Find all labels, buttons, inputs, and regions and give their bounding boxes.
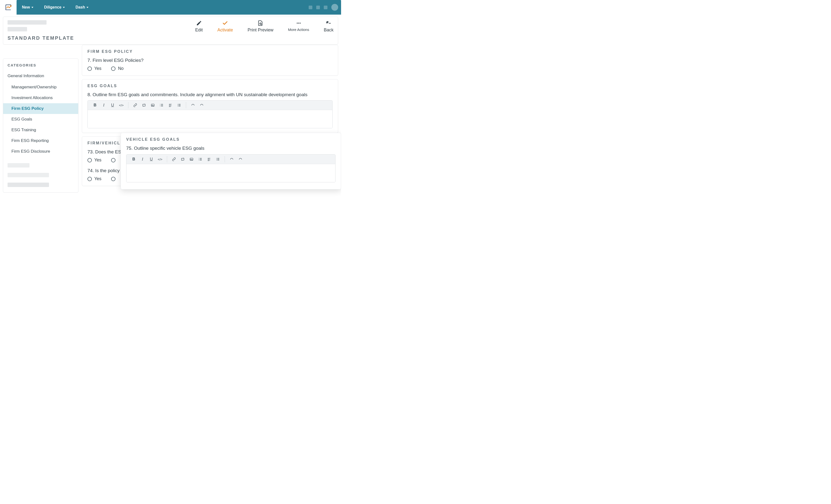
question-7-yes[interactable]: Yes bbox=[87, 66, 102, 71]
svg-point-13 bbox=[178, 106, 178, 107]
rte-redo-button[interactable] bbox=[198, 101, 206, 109]
bullet-list-icon bbox=[216, 157, 220, 161]
avatar[interactable] bbox=[331, 4, 338, 11]
category-esg-training[interactable]: ESG Training bbox=[3, 125, 78, 136]
rte-undo-button[interactable] bbox=[228, 156, 236, 163]
pencil-icon bbox=[196, 20, 202, 26]
ordered-list-icon: 123 bbox=[160, 103, 164, 107]
rte-quote-button[interactable] bbox=[140, 101, 148, 109]
topnav-square-2[interactable] bbox=[316, 6, 320, 9]
activate-button[interactable]: Activate bbox=[217, 20, 233, 33]
rte-code-button[interactable]: </> bbox=[156, 156, 164, 163]
underline-icon: U bbox=[111, 103, 114, 107]
rte-italic-button[interactable]: I bbox=[100, 101, 108, 109]
svg-point-21 bbox=[216, 159, 217, 159]
category-esg-goals[interactable]: ESG Goals bbox=[3, 114, 78, 125]
question-7-no[interactable]: No bbox=[111, 66, 123, 71]
topnav-dash[interactable]: Dash bbox=[73, 4, 91, 11]
rte-toolbar: B I U </> 123 bbox=[126, 155, 335, 164]
bullet-list-icon bbox=[177, 103, 181, 107]
question-74-option-2[interactable] bbox=[111, 177, 115, 181]
rte-underline-button[interactable]: U bbox=[147, 156, 155, 163]
print-preview-button[interactable]: Print Preview bbox=[248, 20, 273, 33]
radio-icon bbox=[87, 66, 92, 71]
topnav-right bbox=[309, 4, 338, 11]
skeleton-bar bbox=[7, 183, 49, 187]
question-73-option-2[interactable] bbox=[111, 158, 115, 162]
skeleton-bar bbox=[7, 20, 47, 25]
category-firm-esg-disclosure[interactable]: Firm ESG Disclosure bbox=[3, 146, 78, 157]
question-74-yes[interactable]: Yes bbox=[87, 176, 102, 181]
rte-bold-button[interactable]: B bbox=[130, 156, 138, 163]
rte-ordered-list-button[interactable]: 123 bbox=[157, 101, 165, 109]
app-logo[interactable] bbox=[0, 0, 17, 14]
rte-underline-button[interactable]: U bbox=[109, 101, 116, 109]
back-arrow-icon bbox=[326, 20, 332, 26]
rte-link-button[interactable] bbox=[131, 101, 139, 109]
redo-icon bbox=[238, 157, 242, 161]
rte-code-button[interactable]: </> bbox=[117, 101, 125, 109]
header-left: STANDARD TEMPLATE bbox=[7, 20, 81, 41]
rte-separator bbox=[186, 102, 186, 108]
topnav-square-3[interactable] bbox=[324, 6, 327, 9]
chevron-down-icon bbox=[63, 7, 65, 8]
more-actions-button[interactable]: More Actions bbox=[288, 20, 309, 32]
radio-icon bbox=[111, 177, 115, 181]
category-investment-allocations[interactable]: Investment Allocations bbox=[3, 92, 78, 103]
align-icon bbox=[207, 157, 211, 161]
svg-point-22 bbox=[216, 160, 217, 160]
question-73-yes[interactable]: Yes bbox=[87, 157, 102, 162]
rte-ordered-list-button[interactable]: 123 bbox=[196, 156, 204, 163]
skeleton-bar bbox=[7, 27, 27, 31]
topnav-dash-label: Dash bbox=[76, 5, 85, 9]
radio-yes-label: Yes bbox=[94, 157, 102, 162]
undo-icon bbox=[191, 103, 195, 107]
rte-align-button[interactable] bbox=[166, 101, 174, 109]
topnav-diligence[interactable]: Diligence bbox=[42, 4, 67, 11]
rte-undo-button[interactable] bbox=[189, 101, 197, 109]
rte-image-button[interactable] bbox=[149, 101, 156, 109]
radio-yes-label: Yes bbox=[94, 176, 102, 181]
question-7-text: 7. Firm level ESG Policies? bbox=[87, 58, 333, 63]
back-label: Back bbox=[324, 28, 334, 33]
quote-icon bbox=[142, 103, 146, 107]
ordered-list-icon: 123 bbox=[198, 157, 202, 161]
topnav-new[interactable]: New bbox=[20, 4, 36, 11]
radio-icon bbox=[111, 158, 115, 162]
rte-link-button[interactable] bbox=[170, 156, 178, 163]
radio-icon bbox=[111, 66, 115, 71]
skeleton-bar bbox=[7, 173, 49, 177]
rte-separator bbox=[167, 156, 167, 162]
topnav-square-1[interactable] bbox=[309, 6, 312, 9]
rte-quote-button[interactable] bbox=[179, 156, 187, 163]
edit-button[interactable]: Edit bbox=[195, 20, 203, 33]
rte-align-button[interactable] bbox=[205, 156, 213, 163]
rte-bold-button[interactable]: B bbox=[91, 101, 99, 109]
rte-bullet-list-button[interactable] bbox=[214, 156, 222, 163]
rte-separator bbox=[225, 156, 225, 162]
rte-redo-button[interactable] bbox=[236, 156, 245, 163]
image-icon bbox=[151, 103, 155, 107]
card-vehicle-esg-goals: VEHICLE ESG GOALS 75. Outline specific v… bbox=[121, 133, 341, 189]
category-firm-esg-policy[interactable]: Firm ESG Policy bbox=[3, 103, 78, 114]
question-75-editor: B I U </> 123 bbox=[126, 154, 336, 182]
activate-label: Activate bbox=[217, 28, 233, 33]
rte-bullet-list-button[interactable] bbox=[175, 101, 183, 109]
rte-body[interactable] bbox=[126, 164, 335, 182]
category-management-ownership[interactable]: Management/Ownership bbox=[3, 82, 78, 92]
category-firm-esg-reporting[interactable]: Firm ESG Reporting bbox=[3, 136, 78, 146]
section-title: VEHICLE ESG GOALS bbox=[126, 137, 336, 142]
back-button[interactable]: Back bbox=[324, 20, 334, 33]
rte-italic-button[interactable]: I bbox=[139, 156, 146, 163]
topnav: New Diligence Dash bbox=[17, 0, 341, 14]
print-preview-label: Print Preview bbox=[248, 28, 273, 33]
category-general-information[interactable]: General Information bbox=[3, 71, 78, 81]
rte-body[interactable] bbox=[88, 110, 332, 128]
undo-icon bbox=[230, 157, 234, 161]
rte-image-button[interactable] bbox=[188, 156, 195, 163]
header-actions: Edit Activate Print Preview More Actions… bbox=[195, 20, 334, 33]
topbar: New Diligence Dash bbox=[0, 0, 341, 14]
document-search-icon bbox=[258, 20, 263, 26]
svg-point-16 bbox=[191, 159, 191, 159]
categories-title: CATEGORIES bbox=[3, 63, 78, 71]
